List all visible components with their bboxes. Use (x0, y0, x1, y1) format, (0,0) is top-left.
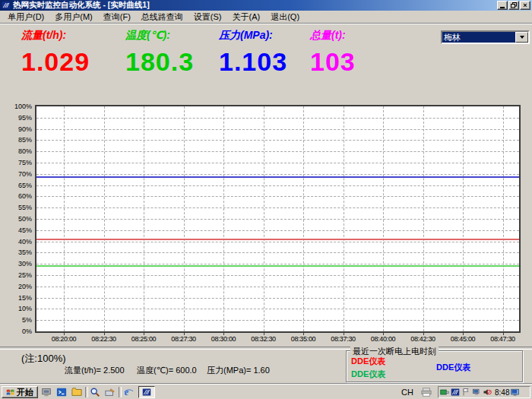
x-axis-tick-label: 08:42:30 (403, 335, 444, 343)
y-axis-tick-label: 20% (0, 283, 32, 290)
readout-label: 温度(℃): (125, 29, 170, 43)
app-icon (2, 1, 11, 10)
computer-icon[interactable] (472, 388, 481, 397)
h-gridline (36, 185, 519, 186)
menu-item[interactable]: 设置(S) (188, 11, 227, 24)
h-gridline (36, 309, 519, 309)
series-line-流量(t/h) (36, 239, 519, 240)
network-icon[interactable] (440, 388, 449, 397)
tray-clock: 8:48 (495, 388, 509, 397)
h-gridline (36, 298, 519, 299)
restore-icon (511, 2, 518, 8)
x-axis-tick-label: 08:47:30 (483, 335, 524, 343)
y-axis-tick-label: 90% (0, 125, 32, 133)
h-gridline (36, 264, 519, 264)
y-axis-tick-label: 15% (0, 294, 32, 302)
ie-icon: e (123, 387, 134, 397)
h-gridline (36, 230, 519, 231)
show-desktop-icon (105, 387, 116, 397)
v-gridline (104, 106, 105, 331)
v-gridline (423, 106, 424, 331)
svg-text:e: e (125, 387, 129, 397)
menu-item[interactable]: 单用户(D) (2, 11, 49, 24)
start-button[interactable]: 开始 (2, 386, 38, 398)
y-axis-tick-label: 55% (0, 204, 32, 211)
v-gridline (144, 106, 144, 331)
dde-instrument-label: DDE仪表 (351, 369, 385, 380)
y-axis-tick-label: 65% (0, 182, 32, 189)
x-axis-tick-label: 08:35:00 (283, 335, 324, 343)
input-language-indicator[interactable]: CH (401, 388, 413, 397)
y-axis-tick-label: 85% (0, 136, 32, 144)
x-axis-tick-label: 08:45:00 (442, 335, 483, 343)
x-axis-tick-label: 08:30:00 (203, 335, 244, 343)
v-gridline (184, 106, 185, 331)
start-button-label: 开始 (17, 387, 33, 398)
v-gridline (264, 106, 264, 331)
series-line-压力(MPa) (36, 176, 519, 178)
h-gridline (36, 163, 519, 163)
quicklaunch-workstation-button[interactable] (40, 386, 53, 398)
x-axis-tick-label: 08:40:00 (363, 335, 404, 343)
printer-tray-button[interactable] (418, 386, 435, 398)
chevron-down-icon (520, 36, 524, 39)
minimize-icon (500, 7, 505, 8)
menu-item[interactable]: 多用户(M) (49, 11, 98, 24)
y-axis-tick-label: 5% (0, 316, 32, 324)
x-axis-tick-label: 08:22:30 (84, 335, 125, 343)
h-gridline (36, 129, 519, 130)
flag-icon[interactable] (461, 388, 470, 397)
y-axis-tick-label: 45% (0, 226, 32, 234)
v-gridline (303, 106, 304, 331)
close-icon: × (523, 2, 527, 9)
quicklaunch-search-button[interactable] (88, 386, 102, 398)
y-axis-tick-label: 95% (0, 114, 32, 122)
display-icon[interactable] (511, 388, 520, 397)
footer-divider (0, 347, 532, 350)
system-tray: 8:48 (438, 386, 530, 398)
v-gridline (383, 106, 384, 331)
quicklaunch-folder-button[interactable] (70, 386, 84, 398)
volume-muted-icon[interactable] (483, 388, 492, 397)
y-axis-tick-label: 100% (0, 103, 32, 110)
x-axis-tick-label: 08:27:30 (163, 335, 204, 343)
menu-item[interactable]: 查询(F) (98, 11, 136, 24)
restore-button[interactable] (508, 1, 519, 10)
x-axis-tick-label: 08:25:00 (123, 335, 164, 343)
readout-value: 180.3 (125, 47, 194, 77)
station-selected-value: 梅林 (442, 32, 515, 43)
y-axis-tick-label: 0% (0, 328, 32, 335)
search-icon (90, 387, 100, 397)
h-gridline (36, 151, 519, 152)
close-button[interactable]: × (520, 1, 530, 10)
readout-label: 流量(t/h): (21, 29, 66, 43)
h-gridline (36, 275, 519, 276)
menu-item[interactable]: 关于(A) (227, 11, 266, 24)
y-axis-tick-label: 80% (0, 147, 32, 155)
h-gridline (36, 140, 519, 141)
screen: 热网实时监控自动化系统 - [实时曲线1] × 单用户(D)多用户(M)查询(F… (0, 0, 532, 399)
chart-plot-area (35, 105, 521, 333)
h-gridline (36, 207, 519, 208)
app-task-button[interactable] (138, 386, 155, 398)
title-bar: 热网实时监控自动化系统 - [实时曲线1] × (0, 0, 532, 11)
window-title: 热网实时监控自动化系统 - [实时曲线1] (13, 0, 496, 11)
app-icon[interactable] (451, 388, 460, 397)
quicklaunch-ie-button[interactable]: e (122, 386, 135, 398)
quicklaunch-show-desktop-button[interactable] (103, 386, 117, 398)
menu-item[interactable]: 退出(Q) (265, 11, 305, 24)
menu-item[interactable]: 总线路查询 (136, 11, 188, 24)
combobox-dropdown-button[interactable] (515, 32, 528, 43)
x-axis-tick-label: 08:32:30 (243, 335, 284, 343)
full-scale-item: 压力(MPa)= 1.60 (207, 365, 270, 376)
taskbar: 开始 e CH 8:48 (0, 384, 532, 399)
quicklaunch-terminal-button[interactable] (55, 386, 68, 398)
v-gridline (503, 106, 504, 331)
station-combobox[interactable]: 梅林 (441, 30, 530, 44)
windows-logo-icon (6, 388, 15, 397)
y-axis-tick-label: 50% (0, 215, 32, 223)
h-gridline (36, 196, 519, 197)
readout-label: 总量(t): (310, 29, 346, 43)
minimize-button[interactable] (497, 1, 508, 10)
v-gridline (223, 106, 224, 331)
